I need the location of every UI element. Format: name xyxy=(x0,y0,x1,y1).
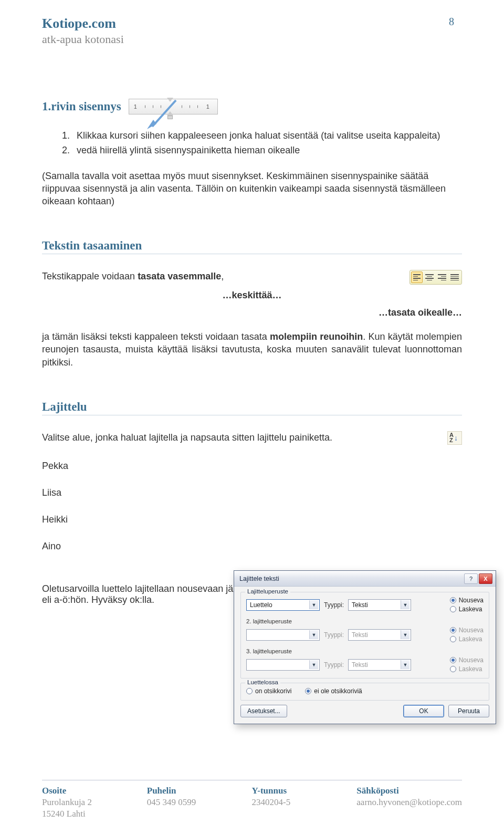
alignment-toolbar xyxy=(410,270,462,285)
radio-icon xyxy=(450,606,456,612)
list-number: 1. xyxy=(62,129,77,142)
fieldset-legend: Lajitteluperuste xyxy=(245,588,290,594)
header-row-fieldset: Luettelossa on otsikkorivi ei ole otsikk… xyxy=(240,683,489,701)
radio-has-header[interactable]: on otsikkorivi xyxy=(246,687,291,695)
align-center-text: …keskittää… xyxy=(42,289,462,301)
then-by-dropdown-3[interactable]: ▼ xyxy=(246,659,320,671)
footer-heading: Osoite xyxy=(42,786,147,796)
dropdown-value: Teksti xyxy=(352,601,368,609)
footer-value: Purolankuja 2 xyxy=(42,797,147,808)
help-button[interactable]: ? xyxy=(464,573,478,584)
arrow-down-icon: ↓ xyxy=(454,434,458,442)
page-header: Kotiope.com atk-apua kotonasi 8 xyxy=(42,16,462,46)
radio-icon xyxy=(450,597,456,603)
radio-icon xyxy=(450,636,456,642)
align-center-button[interactable] xyxy=(424,272,435,283)
dialog-titlebar[interactable]: Lajittele teksti ? X xyxy=(234,571,496,587)
sort-button-icon[interactable]: A Z ↓ xyxy=(447,431,462,445)
radio-desc-2[interactable]: Laskeva xyxy=(450,635,484,643)
indent-para: (Samalla tavalla voit asettaa myös muut … xyxy=(42,170,462,208)
align-left-button[interactable] xyxy=(411,272,423,283)
chevron-down-icon: ▼ xyxy=(401,600,410,609)
page-footer: Osoite Purolankuja 2 15240 Lahti Puhelin… xyxy=(42,780,462,819)
ruler-num-right: 1 xyxy=(206,103,209,110)
footer-value: aarno.hyvonen@kotiope.com xyxy=(356,797,462,808)
sort-icon-z: Z xyxy=(449,438,454,443)
list-item: Liisa xyxy=(42,487,462,498)
chevron-down-icon: ▼ xyxy=(309,600,318,609)
footer-heading: Puhelin xyxy=(147,786,252,796)
radio-label: Nouseva xyxy=(459,627,484,634)
list-item: Pekka xyxy=(42,461,462,472)
then-by-dropdown-2[interactable]: ▼ xyxy=(246,629,320,641)
left-indent-marker xyxy=(167,116,173,119)
page-number: 8 xyxy=(441,16,462,46)
align-justify-button[interactable] xyxy=(449,272,460,283)
text-bold: tasata vasemmalle xyxy=(138,271,221,281)
chevron-down-icon: ▼ xyxy=(401,630,410,639)
list-item: 2. vedä hiirellä ylintä sisennyspainiket… xyxy=(62,144,462,156)
close-button[interactable]: X xyxy=(479,573,492,584)
sort-dialog: Lajittele teksti ? X Lajitteluperuste Lu… xyxy=(234,570,496,724)
dialog-title: Lajittele teksti xyxy=(239,575,463,582)
radio-asc-3[interactable]: Nouseva xyxy=(450,656,484,664)
footer-value: 2340204-5 xyxy=(252,797,357,808)
type-dropdown-2[interactable]: Teksti▼ xyxy=(348,629,411,641)
footer-value: 15240 Lahti xyxy=(42,809,147,819)
svg-marker-1 xyxy=(147,120,156,129)
chevron-down-icon: ▼ xyxy=(309,660,318,669)
type-label: Tyyppi: xyxy=(324,601,344,609)
footer-heading: Sähköposti xyxy=(356,786,462,796)
radio-label: Nouseva xyxy=(459,656,484,664)
ruler-num-left: 1 xyxy=(134,103,137,110)
radio-label: Laskeva xyxy=(459,606,482,613)
radio-label: ei ole otsikkoriviä xyxy=(314,687,362,695)
align-justify-para: ja tämän lisäksi teksti kappaleen teksti… xyxy=(42,330,462,369)
footer-value: 045 349 0599 xyxy=(147,797,252,808)
radio-label: Laskeva xyxy=(459,635,482,643)
sort-by-dropdown[interactable]: Luettelo▼ xyxy=(246,599,320,611)
text-span: Tekstikappale voidaan xyxy=(42,271,138,281)
chevron-down-icon: ▼ xyxy=(401,660,410,669)
ruler-widget: 1 1 xyxy=(129,99,218,114)
hanging-indent-marker xyxy=(167,111,173,116)
settings-button[interactable]: Asetukset... xyxy=(240,705,287,717)
radio-icon xyxy=(246,688,253,694)
list-number: 2. xyxy=(62,144,77,156)
radio-desc-3[interactable]: Laskeva xyxy=(450,665,484,673)
list-text: vedä hiirellä ylintä sisennyspainiketta … xyxy=(77,144,300,156)
text-span: , xyxy=(221,271,224,281)
radio-asc-2[interactable]: Nouseva xyxy=(450,627,484,634)
site-subtitle: atk-apua kotonasi xyxy=(42,33,430,46)
sort-criteria-fieldset: Lajitteluperuste Luettelo▼ Tyyppi: Tekst… xyxy=(240,592,489,679)
radio-desc[interactable]: Laskeva xyxy=(450,606,484,613)
names-list: Pekka Liisa Heikki Aino xyxy=(42,461,462,552)
dropdown-value: Teksti xyxy=(352,631,368,639)
radio-label: on otsikkorivi xyxy=(255,687,291,695)
dropdown-value: Luettelo xyxy=(250,601,272,609)
text-bold: molempiin reunoihin xyxy=(270,331,363,342)
text-bold: …keskittää… xyxy=(222,290,281,300)
text-span: ja tämän lisäksi teksti kappaleen teksti… xyxy=(42,331,270,342)
radio-asc[interactable]: Nouseva xyxy=(450,597,484,604)
align-right-text: …tasata oikealle… xyxy=(42,306,462,319)
type-dropdown[interactable]: Teksti▼ xyxy=(348,599,411,611)
type-label: Tyyppi: xyxy=(324,631,344,639)
fieldset-legend: Luettelossa xyxy=(245,679,280,685)
sub-label-2: 2. lajitteluperuste xyxy=(246,618,484,624)
type-dropdown-3[interactable]: Teksti▼ xyxy=(348,659,411,671)
site-title: Kotiope.com xyxy=(42,16,430,32)
align-right-button[interactable] xyxy=(436,272,448,283)
radio-icon xyxy=(450,666,456,672)
ok-button[interactable]: OK xyxy=(403,705,444,717)
radio-no-header[interactable]: ei ole otsikkoriviä xyxy=(305,687,362,695)
list-item: 1. Klikkaa kursori siihen kappaleeseen j… xyxy=(62,129,462,142)
list-item: Heikki xyxy=(42,514,462,525)
section-indent-title: 1.rivin sisennys xyxy=(42,100,121,113)
align-left-row: Tekstikappale voidaan tasata vasemmalle, xyxy=(42,270,462,285)
sub-label-3: 3. lajitteluperuste xyxy=(246,648,484,654)
section-indent-heading-row: 1.rivin sisennys 1 1 xyxy=(42,99,462,114)
cancel-button[interactable]: Peruuta xyxy=(448,705,489,717)
text-bold: …tasata oikealle… xyxy=(379,307,462,318)
list-text: Klikkaa kursori siihen kappaleeseen jonk… xyxy=(77,129,440,142)
